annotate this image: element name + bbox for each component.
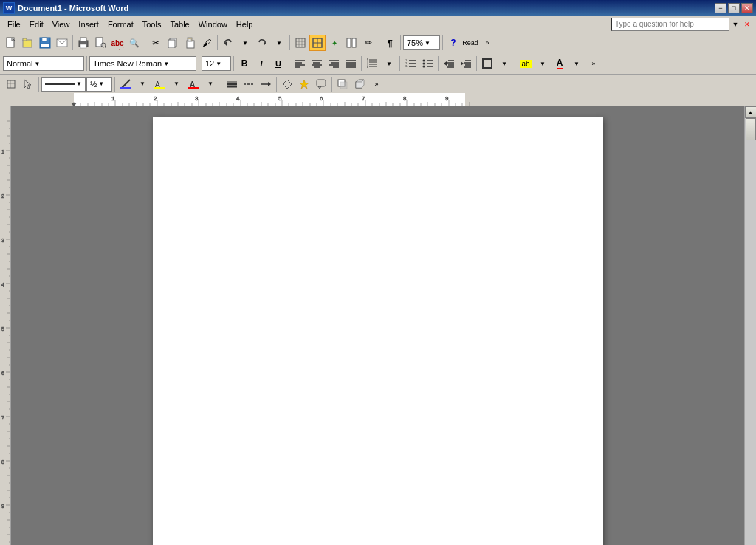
more-extra-buttons[interactable]: » xyxy=(368,76,385,92)
line-spacing-arrow-button[interactable]: ▼ xyxy=(381,55,397,72)
fill-color-button[interactable]: A xyxy=(151,76,168,92)
flowchart-btn[interactable] xyxy=(279,76,295,92)
bold-button[interactable]: B xyxy=(236,55,252,72)
line-spacing-button[interactable] xyxy=(364,55,380,72)
justify-button[interactable] xyxy=(343,55,359,72)
research-button[interactable]: 🔍 xyxy=(126,35,142,51)
close-button[interactable]: ✕ xyxy=(741,3,753,13)
print-button[interactable] xyxy=(75,35,92,51)
insert-table-button[interactable] xyxy=(292,35,309,51)
highlight-button[interactable]: ab xyxy=(518,55,534,72)
svg-text:3.: 3. xyxy=(405,64,408,68)
show-hide-button[interactable]: ¶ xyxy=(382,35,398,51)
more-fmt-button[interactable]: » xyxy=(585,55,602,72)
copy-button[interactable] xyxy=(165,35,181,51)
read-button[interactable]: Read xyxy=(462,35,478,51)
email-button[interactable] xyxy=(54,35,70,51)
normal-view-button[interactable] xyxy=(3,76,19,92)
align-left-button[interactable] xyxy=(292,55,308,72)
menu-edit[interactable]: Edit xyxy=(25,18,48,30)
svg-rect-9 xyxy=(80,38,86,41)
scroll-up-button[interactable] xyxy=(745,106,757,118)
svg-rect-105 xyxy=(74,93,465,106)
select-objects-button[interactable] xyxy=(20,76,36,92)
svg-rect-76 xyxy=(483,59,492,68)
undo-arrow-button[interactable]: ▼ xyxy=(237,35,253,51)
svg-rect-87 xyxy=(188,87,199,89)
title-bar-left: W Document1 - Microsoft Word xyxy=(3,2,128,14)
drawing-button[interactable]: ✏ xyxy=(360,35,377,51)
line-style-dropdown[interactable]: ▼ xyxy=(41,77,86,92)
close-help-button[interactable]: ✕ xyxy=(741,18,753,31)
increase-indent-button[interactable] xyxy=(458,55,474,72)
3d-btn[interactable] xyxy=(351,76,368,92)
menu-window[interactable]: Window xyxy=(194,18,232,30)
svg-text:9: 9 xyxy=(1,504,4,509)
title-bar-controls: − □ ✕ xyxy=(715,3,753,13)
font-color-small-button[interactable]: A xyxy=(185,76,202,92)
undo-button[interactable] xyxy=(220,35,236,51)
format-painter-button[interactable]: 🖌 xyxy=(199,35,215,51)
tables-borders-button[interactable] xyxy=(309,35,326,51)
highlight-arrow-button[interactable]: ▼ xyxy=(535,55,551,72)
callouts-btn[interactable] xyxy=(313,76,329,92)
numbering-button[interactable]: 1.2.3. xyxy=(402,55,419,72)
columns-button[interactable] xyxy=(343,35,360,51)
menu-file[interactable]: File xyxy=(3,18,25,30)
svg-rect-104 xyxy=(18,93,74,106)
scroll-track[interactable] xyxy=(745,118,757,545)
scroll-thumb[interactable] xyxy=(746,118,756,140)
font-dropdown[interactable]: Times New Roman ▼ xyxy=(89,56,196,71)
help-search-input[interactable] xyxy=(611,18,729,31)
menu-view[interactable]: View xyxy=(48,18,75,30)
menu-table[interactable]: Table xyxy=(165,18,193,30)
style-dropdown[interactable]: Normal ▼ xyxy=(3,56,84,71)
extra-separator-1 xyxy=(38,77,39,92)
dash-style-btn[interactable] xyxy=(241,76,257,92)
word-help-button[interactable]: ? xyxy=(445,35,461,51)
line-color-arrow[interactable]: ▼ xyxy=(134,76,151,92)
paste-button[interactable] xyxy=(182,35,198,51)
underline-button[interactable]: U xyxy=(270,55,286,72)
line-style-btn[interactable] xyxy=(224,76,240,92)
menu-insert[interactable]: Insert xyxy=(74,18,103,30)
svg-line-13 xyxy=(105,47,106,48)
italic-button[interactable]: I xyxy=(253,55,269,72)
redo-button[interactable] xyxy=(254,35,270,51)
zoom-dropdown[interactable]: 75% ▼ xyxy=(403,35,440,50)
fill-color-arrow[interactable]: ▼ xyxy=(168,76,185,92)
maximize-button[interactable]: □ xyxy=(728,3,740,13)
outside-border-button[interactable] xyxy=(479,55,495,72)
help-search-button[interactable]: ▼ xyxy=(729,18,741,31)
save-button[interactable] xyxy=(37,35,53,51)
font-color-arrow-button[interactable]: ▼ xyxy=(568,55,585,72)
menu-tools[interactable]: Tools xyxy=(138,18,166,30)
new-button[interactable] xyxy=(3,35,19,51)
bullets-button[interactable] xyxy=(419,55,436,72)
svg-marker-80 xyxy=(24,80,31,89)
font-color-button[interactable]: A xyxy=(551,55,568,72)
minimize-button[interactable]: − xyxy=(715,3,726,13)
border-arrow-button[interactable]: ▼ xyxy=(496,55,512,72)
cut-button[interactable]: ✂ xyxy=(148,35,164,51)
more-toolbar-button[interactable]: » xyxy=(479,35,495,51)
font-size-dropdown[interactable]: 12 ▼ xyxy=(202,56,231,71)
shadow-btn[interactable] xyxy=(334,76,351,92)
document-scroll-area[interactable] xyxy=(11,106,744,545)
excel-button[interactable]: ✦ xyxy=(326,35,343,51)
font-color-small-arrow[interactable]: ▼ xyxy=(202,76,219,92)
svg-text:4: 4 xyxy=(1,282,4,287)
stars-banners-btn[interactable] xyxy=(296,76,312,92)
arrow-style-btn[interactable] xyxy=(258,76,274,92)
open-button[interactable] xyxy=(20,35,36,51)
redo-arrow-button[interactable]: ▼ xyxy=(271,35,287,51)
menu-format[interactable]: Format xyxy=(103,18,138,30)
print-preview-button[interactable] xyxy=(92,35,109,51)
align-center-button[interactable] xyxy=(309,55,325,72)
decrease-indent-button[interactable] xyxy=(441,55,457,72)
fraction-dropdown[interactable]: ½ ▼ xyxy=(86,77,112,92)
line-color-button[interactable] xyxy=(117,76,134,92)
align-right-button[interactable] xyxy=(326,55,342,72)
menu-help[interactable]: Help xyxy=(232,18,258,30)
spelling-button[interactable]: abc xyxy=(109,35,126,51)
